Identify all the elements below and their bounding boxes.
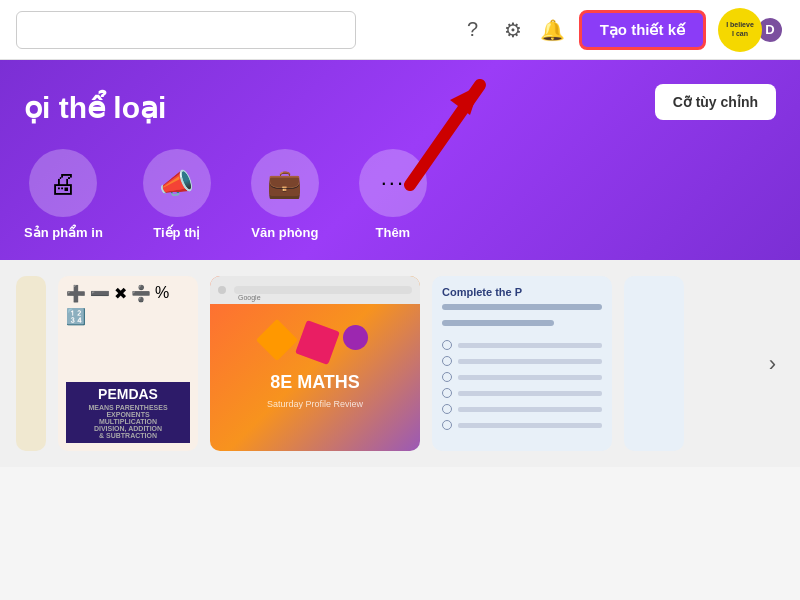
card-8e-maths[interactable]: Google 8E MATHS Saturday Profile Review [210, 276, 420, 451]
worksheet-header-line-2 [442, 320, 554, 326]
them-label: Thêm [376, 225, 411, 240]
van-phong-icon: 💼 [251, 149, 319, 217]
worksheet-row-4 [442, 388, 602, 398]
card-pemdas[interactable]: ➕➖✖➗ %🔢 PEMDAS MEANS PARENTHESESEXPONENT… [58, 276, 198, 451]
worksheet-title: Complete the P [442, 286, 602, 298]
help-icon[interactable]: ? [459, 16, 487, 44]
card-partial-right[interactable] [624, 276, 684, 451]
tiep-thi-icon: 📣 [143, 149, 211, 217]
create-design-button[interactable]: Tạo thiết kế [579, 10, 706, 50]
avatar-badge[interactable]: I believeI can [718, 8, 762, 52]
maths-subtitle: Saturday Profile Review [267, 399, 363, 409]
settings-icon[interactable]: ⚙ [499, 16, 527, 44]
notification-icon[interactable]: 🔔 [539, 16, 567, 44]
card-worksheet[interactable]: Complete the P [432, 276, 612, 451]
san-pham-in-label: Sản phẩm in [24, 225, 103, 240]
shape-orange [256, 318, 298, 360]
cards-section: ➕➖✖➗ %🔢 PEMDAS MEANS PARENTHESESEXPONENT… [0, 260, 800, 467]
pemdas-decorations: ➕➖✖➗ %🔢 [66, 284, 190, 326]
maths-title: 8E MATHS [270, 372, 360, 393]
san-pham-in-icon: 🖨 [29, 149, 97, 217]
category-icons-row: 🖨 Sản phẩm in 📣 Tiếp thị 💼 Văn phòng ···… [24, 149, 776, 240]
worksheet-row-1 [442, 340, 602, 350]
banner-section: ọi thể loại Cỡ tùy chỉnh 🖨 Sản phẩm in 📣… [0, 60, 800, 260]
category-van-phong[interactable]: 💼 Văn phòng [251, 149, 319, 240]
browser-url-bar: Google [234, 286, 412, 294]
worksheet-row-3 [442, 372, 602, 382]
card-partial-left[interactable] [16, 276, 46, 451]
pemdas-title: PEMDAS MEANS PARENTHESESEXPONENTSMULTIPL… [66, 382, 190, 443]
shape-purple [343, 325, 368, 350]
maths-blocks [309, 423, 321, 431]
tiep-thi-label: Tiếp thị [153, 225, 200, 240]
shape-pink [295, 320, 340, 365]
next-arrow-area: › [624, 276, 784, 451]
next-arrow[interactable]: › [769, 351, 776, 377]
category-san-pham-in[interactable]: 🖨 Sản phẩm in [24, 149, 103, 240]
worksheet-row-6 [442, 420, 602, 430]
worksheet-row-2 [442, 356, 602, 366]
search-input[interactable] [16, 11, 356, 49]
them-icon: ··· [359, 149, 427, 217]
worksheet-header-line [442, 304, 602, 310]
category-them[interactable]: ··· Thêm [359, 149, 427, 240]
header: ? ⚙ 🔔 Tạo thiết kế I believeI can D [0, 0, 800, 60]
browser-dot-1 [218, 286, 226, 294]
worksheet-row-5 [442, 404, 602, 414]
van-phong-label: Văn phòng [251, 225, 318, 240]
user-avatar-wrapper: I believeI can D [718, 8, 784, 52]
custom-size-button[interactable]: Cỡ tùy chỉnh [655, 84, 776, 120]
maths-body: 8E MATHS Saturday Profile Review [210, 304, 420, 451]
category-tiep-thi[interactable]: 📣 Tiếp thị [143, 149, 211, 240]
maths-shapes [262, 325, 368, 360]
maths-browser-bar: Google [210, 276, 420, 304]
